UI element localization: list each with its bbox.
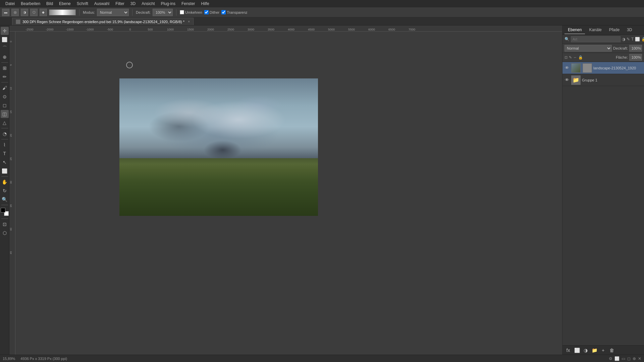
layer-item[interactable]: 👁 📁 Gruppe 1: [562, 74, 644, 86]
opacity-select[interactable]: 100% 75% 50%: [153, 9, 173, 16]
dither-checkbox[interactable]: [204, 10, 209, 14]
layer-item[interactable]: 👁 landscape-2130524_1920: [562, 62, 644, 74]
tab-ebenen[interactable]: Ebenen: [565, 26, 585, 34]
statusbar-icon-3[interactable]: ▭: [622, 356, 625, 361]
transparency-checkbox[interactable]: [221, 10, 226, 14]
crop-tool[interactable]: ⊞: [1, 64, 9, 72]
filter-icon-4[interactable]: ⬜: [635, 37, 640, 42]
menu-plugins[interactable]: Plug-ins: [158, 1, 178, 7]
eyedropper-tool[interactable]: ✏: [1, 73, 9, 81]
eraser-tool[interactable]: ◻: [1, 101, 9, 109]
menu-hilfe[interactable]: Hilfe: [199, 1, 212, 7]
layers-mode-select[interactable]: Normal Multiplizieren Abblenden: [565, 45, 612, 52]
canvas-viewport[interactable]: [15, 32, 562, 355]
tool-mode-radial[interactable]: ◎: [11, 9, 19, 16]
zoom-tool[interactable]: 🔍: [1, 195, 9, 203]
lock-transparent-icon[interactable]: ⊡: [565, 55, 568, 60]
layer-visibility-btn[interactable]: 👁: [564, 65, 570, 71]
fill-value-input[interactable]: 100%: [629, 54, 642, 61]
tab-close-btn[interactable]: ×: [188, 20, 190, 23]
ruler-tick: 6000: [368, 28, 375, 31]
layer-fx-btn[interactable]: fx: [565, 347, 572, 354]
selection-rect-tool[interactable]: ⬜: [1, 36, 9, 44]
stamp-tool[interactable]: ⊙: [1, 93, 9, 101]
tab-kanaele[interactable]: Kanäle: [586, 26, 605, 34]
brush-tool[interactable]: 🖌: [1, 84, 9, 92]
lasso-tool[interactable]: ⌒: [1, 44, 9, 52]
tool-sep-7: [1, 219, 8, 219]
layers-search-input[interactable]: [571, 36, 621, 42]
lock-all-icon[interactable]: 🔒: [578, 55, 583, 60]
quick-select-tool[interactable]: ⊕: [1, 53, 9, 61]
layer-adjust-btn[interactable]: ◑: [582, 347, 589, 354]
path-select-tool[interactable]: ↖: [1, 158, 9, 166]
move-tool[interactable]: ✛: [1, 27, 9, 35]
dodge-tool[interactable]: ◔: [1, 130, 9, 138]
layer-new-btn[interactable]: +: [599, 347, 607, 354]
color-swatches[interactable]: [1, 208, 9, 216]
menu-fenster[interactable]: Fenster: [179, 1, 198, 7]
tab-pfade[interactable]: Pfade: [606, 26, 623, 34]
statusbar-icon-1[interactable]: ⚙: [609, 356, 612, 361]
ruler-tick: 7000: [409, 28, 415, 31]
tool-mode-angle[interactable]: ◑: [21, 9, 28, 16]
tool-mode-linear[interactable]: ▬: [2, 9, 9, 16]
dither-label: Dither: [210, 10, 219, 14]
layer-visibility-btn[interactable]: 👁: [564, 77, 570, 83]
menu-bearbeiten[interactable]: Bearbeiten: [18, 1, 43, 7]
text-tool[interactable]: T: [1, 149, 9, 158]
hand-tool[interactable]: ✋: [1, 178, 9, 186]
tab-3d[interactable]: 3D: [624, 26, 635, 34]
filter-icon-2[interactable]: ✎: [627, 37, 630, 42]
rotate-view-tool[interactable]: ↻: [1, 187, 9, 195]
ruler-vtick: 20: [9, 134, 15, 137]
menu-ansicht[interactable]: Ansicht: [139, 1, 157, 7]
menu-datei[interactable]: Datei: [3, 1, 17, 7]
quick-mask-tool[interactable]: ⊡: [1, 220, 9, 228]
mode-select[interactable]: Normal Auflösen Abdunkeln Multiplizieren: [97, 9, 129, 16]
separator-2: [132, 9, 132, 16]
gradient-swatch[interactable]: [49, 9, 76, 15]
panel-tabs: Ebenen Kanäle Pfade 3D: [562, 25, 644, 35]
document-tab[interactable]: 300 DPI Regen Schnee Regenbogen erstelle…: [12, 18, 194, 25]
statusbar-icon-5[interactable]: ⊕: [633, 356, 636, 361]
filter-icon-3[interactable]: T: [631, 37, 634, 42]
tab-title: 300 DPI Regen Schnee Regenbogen erstelle…: [22, 20, 184, 24]
layer-group-btn[interactable]: 📁: [591, 347, 598, 354]
filter-icon-5[interactable]: 🔒: [641, 37, 644, 42]
lock-pixels-icon[interactable]: ✎: [569, 55, 572, 60]
menu-ebene[interactable]: Ebene: [56, 1, 73, 7]
tool-mode-reflected[interactable]: ⬡: [30, 9, 38, 16]
gradient-tool[interactable]: ◫: [1, 110, 9, 118]
statusbar-icon-4[interactable]: ◻: [627, 356, 631, 361]
tab-icon: [16, 19, 20, 24]
ruler-tick: 4500: [308, 28, 315, 31]
pen-tool[interactable]: ⌇: [1, 141, 9, 149]
menu-schrift[interactable]: Schrift: [74, 1, 91, 7]
lock-position-icon[interactable]: ↔: [573, 55, 577, 59]
blur-tool[interactable]: △: [1, 119, 9, 127]
canvas-area: -2500 -2000 -1500 -1000 -500 0 500 1000 …: [9, 25, 562, 355]
shape-tool[interactable]: ⬜: [1, 167, 9, 175]
menu-3d[interactable]: 3D: [128, 1, 138, 7]
menu-filter[interactable]: Filter: [113, 1, 127, 7]
canvas-image-content: [119, 78, 318, 216]
menu-bild[interactable]: Bild: [44, 1, 56, 7]
ruler-vtick: 0: [9, 41, 15, 42]
layer-mask-btn[interactable]: ⬜: [573, 347, 581, 354]
filter-icon-1[interactable]: ◑: [622, 37, 625, 42]
reverse-checkbox[interactable]: [180, 10, 184, 14]
statusbar-icon-6[interactable]: ✕: [638, 356, 641, 361]
layer-delete-btn[interactable]: 🗑: [608, 347, 615, 354]
foreground-color-swatch[interactable]: [1, 208, 5, 213]
menu-bar: Datei Bearbeiten Bild Ebene Schrift Ausw…: [0, 0, 644, 7]
menu-auswahl[interactable]: Auswahl: [92, 1, 112, 7]
screen-mode-tool[interactable]: ⬡: [1, 229, 9, 237]
tool-mode-diamond[interactable]: ◆: [40, 9, 47, 16]
layers-bottom-bar: fx ⬜ ◑ 📁 + 🗑: [562, 345, 644, 355]
ruler-tick: -2000: [46, 28, 53, 31]
opacity-value-input[interactable]: 100%: [629, 45, 642, 52]
statusbar-icon-2[interactable]: ⬜: [614, 356, 620, 361]
zoom-level: 15,89%: [3, 357, 15, 361]
canvas-image[interactable]: [119, 78, 318, 216]
